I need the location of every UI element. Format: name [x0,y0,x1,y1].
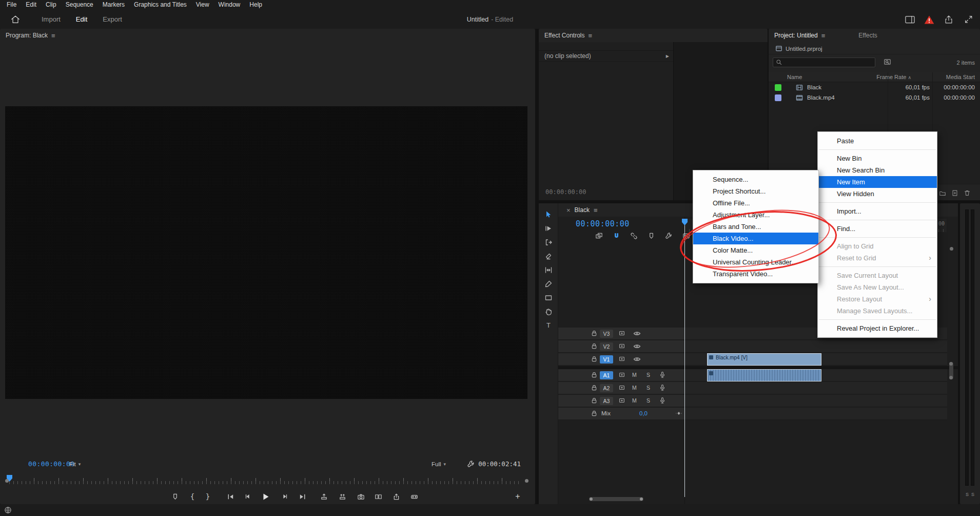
menu-item-new-bin[interactable]: New Bin [818,152,937,164]
menu-item-view-hidden[interactable]: View Hidden [818,188,937,200]
menu-item-color-matte[interactable]: Color Matte... [693,244,818,256]
column-media-start[interactable]: Media Start [914,74,980,80]
panel-menu-icon[interactable]: ≡ [51,32,55,39]
add-marker-button[interactable] [169,491,181,502]
search-field[interactable] [773,58,875,67]
mute-button[interactable]: M [632,397,637,404]
warning-button[interactable] [923,13,936,26]
track-select-tool[interactable] [544,224,553,233]
menu-item-paste[interactable]: Paste [818,135,937,147]
lock-icon[interactable] [591,330,599,338]
menu-item-offline-file[interactable]: Offline File... [693,197,818,209]
track-lane-v2[interactable] [684,340,947,353]
close-sequence-icon[interactable]: × [566,206,571,214]
timeline-settings-button[interactable] [665,232,673,240]
search-input[interactable] [782,60,875,66]
menu-item-reveal-project-in-explorer[interactable]: Reveal Project in Explorer... [818,322,937,334]
vertical-zoom-handle[interactable] [950,247,953,251]
mute-button[interactable]: M [632,372,637,378]
play-button[interactable] [260,491,271,502]
captions-button[interactable] [682,232,691,240]
add-marker-button[interactable] [648,232,656,240]
lock-icon[interactable] [591,410,599,418]
extract-button[interactable] [337,491,348,502]
menu-item-find[interactable]: Find... [818,223,937,235]
vr-video-button[interactable] [408,491,420,502]
fullscreen-button[interactable] [962,13,975,26]
sequence-tab[interactable]: Black [575,206,590,214]
menu-item-project-shortcut[interactable]: Project Shortcut... [693,185,818,197]
clip-black-mp4-video[interactable]: Black.mp4 [V] [707,353,821,366]
sync-lock-icon[interactable] [618,342,626,351]
nest-sequence-toggle[interactable] [595,232,603,240]
menu-edit[interactable]: Edit [21,0,41,10]
solo-button[interactable]: S [646,385,650,391]
lock-icon[interactable] [591,371,599,379]
button-editor-plus[interactable]: + [512,491,523,502]
track-output-eye-icon[interactable] [633,330,641,338]
track-button-a3[interactable]: A3 [600,397,613,405]
ripple-edit-tool[interactable] [544,238,553,246]
sync-lock-icon[interactable] [618,355,626,364]
label-color-swatch[interactable] [775,94,781,101]
pen-tool[interactable] [544,280,553,288]
timeline-playhead[interactable] [684,220,685,497]
menu-markers[interactable]: Markers [98,0,129,10]
lift-button[interactable] [318,491,329,502]
horizontal-scrollbar[interactable] [589,497,643,501]
voice-over-mic-icon[interactable] [659,384,667,392]
label-color-swatch[interactable] [775,84,781,91]
mark-out-button[interactable]: } [202,491,213,502]
selection-tool[interactable] [544,211,553,219]
effect-controls-title[interactable]: Effect Controls [544,32,584,39]
export-button[interactable] [390,491,402,502]
menu-clip[interactable]: Clip [41,0,61,10]
sync-status-globe-icon[interactable] [4,506,12,514]
new-item-button[interactable] [950,188,959,197]
tab-effects[interactable]: Effects [858,32,877,39]
menu-view[interactable]: View [191,0,214,10]
step-forward-button[interactable] [279,491,290,502]
scrollbar-handle-right[interactable] [525,479,528,483]
snap-toggle[interactable] [613,232,621,240]
tab-project[interactable]: Project: Untitled [774,32,818,39]
slip-tool[interactable] [544,266,553,274]
quick-export-button[interactable] [942,13,955,26]
panel-menu-icon[interactable]: ≡ [588,32,592,39]
zoom-level-select[interactable]: Fit▾ [66,459,84,469]
go-to-out-button[interactable] [297,491,308,502]
home-button[interactable] [7,12,24,27]
solo-label-right[interactable]: S [971,492,974,497]
keyframe-navigator-icon[interactable] [675,410,683,418]
menu-item-transparent-video[interactable]: Transparent Video... [693,268,818,280]
workspace-layout-button[interactable] [903,13,916,26]
timeline-timecode[interactable]: 00:00:00:00 [576,219,630,228]
razor-tool[interactable] [544,252,553,260]
sync-lock-icon[interactable] [618,397,626,405]
solo-button[interactable]: S [646,372,650,378]
mark-in-button[interactable]: { [187,491,198,502]
menu-sequence[interactable]: Sequence [61,0,98,10]
lock-icon[interactable] [591,355,599,364]
column-frame-rate[interactable]: Frame Rate ∧ [869,74,914,80]
project-row-black-mp4[interactable]: Black.mp4 60,01 fps 00:00:00:00 [769,92,980,103]
tab-edit[interactable]: Edit [68,15,95,23]
menu-graphics-titles[interactable]: Graphics and Titles [129,0,191,10]
program-time-ruler[interactable] [5,475,528,486]
bin-breadcrumb[interactable]: Untitled.prproj [786,46,822,52]
menu-item-sequence[interactable]: Sequence... [693,174,818,185]
track-button-a1[interactable]: A1 [600,371,613,379]
track-lane-a2[interactable] [684,382,947,394]
type-tool[interactable]: T [544,321,553,330]
track-output-eye-icon[interactable] [633,355,641,364]
comparison-view-button[interactable] [373,491,384,502]
voice-over-mic-icon[interactable] [659,371,667,379]
column-name[interactable]: Name [769,74,869,80]
menu-item-import[interactable]: Import... [818,205,937,217]
mute-button[interactable]: M [632,385,637,391]
lock-icon[interactable] [591,397,599,405]
linked-selection-toggle[interactable] [630,232,638,240]
new-bin-button[interactable] [938,188,947,197]
tab-export[interactable]: Export [95,15,130,23]
vertical-scrollbar[interactable] [949,362,953,379]
